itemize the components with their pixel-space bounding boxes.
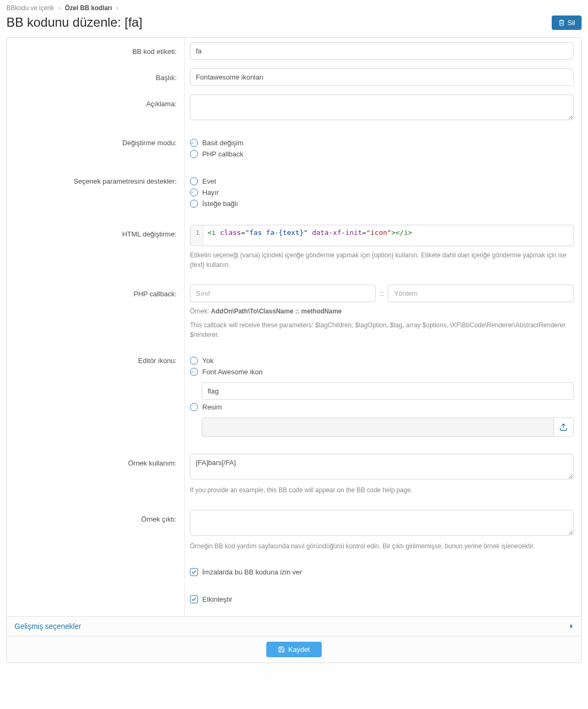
form-container: BB kod etiketi: Başlık: Açıklama: [6, 37, 582, 663]
label-replace-mode: Değiştirme modu: [7, 132, 184, 171]
radio-unchecked-icon [190, 200, 198, 208]
radio-icon-image[interactable]: Resim [190, 403, 574, 411]
page-title: BB kodunu düzenle: [fa] [6, 15, 142, 30]
php-callback-example: Örnek: AddOn\Path\To\ClassName :: method… [190, 306, 574, 316]
example-output-help: Örneğin BB kod yardım sayfasında nasıl g… [190, 541, 574, 551]
upload-icon [559, 423, 568, 431]
delete-button[interactable]: Sil [552, 15, 582, 30]
title-input[interactable] [190, 68, 574, 86]
php-method-input[interactable] [388, 285, 574, 302]
checkbox-allow-signatures[interactable]: İmzalarda bu BB koduna izin ver [190, 566, 574, 578]
radio-unchecked-icon [190, 403, 198, 411]
chevron-right-icon: › [116, 4, 118, 12]
fa-icon-input[interactable] [202, 382, 574, 400]
example-usage-help: If you provide an example, this BB code … [190, 485, 574, 495]
checkbox-enable[interactable]: Etkinleştir [190, 593, 574, 605]
image-path-input[interactable] [202, 417, 553, 437]
radio-checked-icon [190, 368, 198, 376]
label-bb-tag: BB kod etiketi: [7, 38, 184, 64]
save-icon [278, 646, 285, 653]
label-example-output: Örnek çıktı: [7, 506, 184, 562]
checkbox-checked-icon [190, 568, 198, 576]
footer-bar: Kaydet [7, 636, 581, 663]
breadcrumb-item-1[interactable]: BBkodu ve içerik [6, 4, 54, 12]
bb-tag-input[interactable] [190, 42, 574, 60]
chevron-right-icon: › [58, 4, 60, 12]
html-replace-help: Etiketin seçeneği (varsa) içindeki içeri… [190, 250, 574, 270]
code-content[interactable]: <i class="fas fa-{text}" data-xf-init="i… [203, 225, 573, 246]
label-html-replace: HTML değiştirme: [7, 220, 184, 280]
breadcrumb-item-2[interactable]: Özel BB kodları [65, 4, 112, 12]
code-line-number: 1 [190, 225, 203, 246]
radio-option-yes[interactable]: Evet [190, 177, 574, 185]
radio-unchecked-icon [190, 357, 198, 365]
radio-unchecked-icon [190, 177, 198, 185]
radio-unchecked-icon [190, 150, 198, 158]
label-editor-icon: Editör ikonu: [7, 350, 184, 450]
radio-checked-icon [190, 139, 198, 147]
description-input[interactable] [190, 94, 574, 120]
label-supports-option: Seçenek parametresini destekler: [7, 171, 184, 220]
label-example-usage: Örnek kullanım: [7, 450, 184, 506]
example-usage-input[interactable]: [FA]bars[/FA] [190, 454, 574, 479]
radio-option-no[interactable]: Hayır [190, 188, 574, 196]
php-class-input[interactable] [190, 285, 376, 302]
example-output-input[interactable] [190, 510, 574, 535]
save-button[interactable]: Kaydet [266, 642, 321, 657]
label-description: Açıklama: [7, 90, 184, 132]
callback-separator: :: [380, 289, 384, 297]
radio-option-optional[interactable]: İsteğe bağlı [190, 200, 574, 208]
chevron-right-icon [570, 624, 574, 629]
html-replace-editor[interactable]: 1 <i class="fas fa-{text}" data-xf-init=… [190, 225, 574, 246]
radio-checked-icon [190, 188, 198, 196]
label-php-callback: PHP callback: [7, 280, 184, 350]
php-callback-help: This callback will receive these paramet… [190, 320, 574, 340]
breadcrumb: BBkodu ve içerik › Özel BB kodları › [6, 4, 582, 12]
radio-replace-php[interactable]: PHP callback [190, 150, 574, 158]
trash-icon [558, 19, 565, 26]
radio-icon-fa[interactable]: Font Awesome ikon [190, 368, 574, 376]
upload-button[interactable] [553, 417, 574, 437]
label-title: Başlık: [7, 64, 184, 90]
checkbox-checked-icon [190, 595, 198, 603]
advanced-options-toggle[interactable]: Gelişmiş seçenekler [7, 616, 581, 636]
radio-icon-none[interactable]: Yok [190, 357, 574, 365]
radio-replace-simple[interactable]: Basit değişim [190, 139, 574, 147]
